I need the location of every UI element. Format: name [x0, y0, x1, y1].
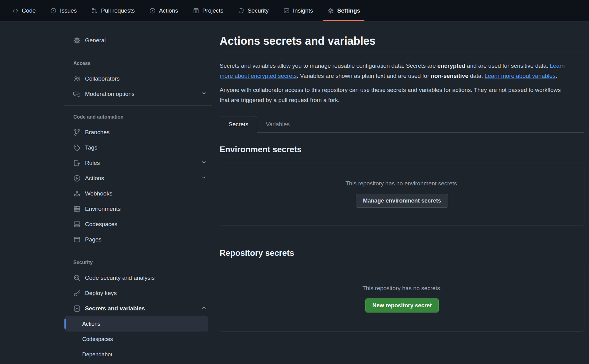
- repository-secrets-empty-text: This repository has no secrets.: [362, 285, 442, 292]
- nav-item-label: Insights: [293, 7, 313, 14]
- project-icon: [193, 8, 199, 14]
- code-icon: [12, 8, 18, 14]
- nav-item-pull-requests[interactable]: Pull requests: [91, 0, 135, 21]
- tab-variables[interactable]: Variables: [257, 116, 298, 132]
- main-content: Actions secrets and variables Secrets an…: [220, 21, 584, 364]
- intro-text: and are used for sensitive data.: [465, 63, 550, 69]
- sidebar-item-label: Secrets and variables: [85, 305, 212, 312]
- shield-icon: [238, 8, 244, 14]
- sidebar-divider: [64, 251, 212, 251]
- sidebar-section-label-code-and-automation: Code and automation: [64, 109, 212, 125]
- chevron-up-icon: [201, 305, 207, 312]
- sidebar-item-label: Environments: [85, 206, 212, 212]
- manage-environment-secrets-button[interactable]: Manage environment secrets: [356, 194, 448, 208]
- play-icon: [73, 175, 81, 182]
- git-branch-icon: [73, 129, 81, 136]
- environment-secrets-box: This repository has no environment secre…: [220, 162, 584, 226]
- chevron-down-icon: [201, 90, 207, 98]
- intro-paragraph: Secrets and variables allow you to manag…: [220, 61, 565, 81]
- nav-item-label: Issues: [60, 7, 77, 14]
- nav-item-label: Projects: [202, 7, 224, 14]
- nav-item-code[interactable]: Code: [12, 0, 36, 21]
- sidebar-item-secrets-and-variables[interactable]: Secrets and variables: [64, 301, 212, 316]
- nav-item-label: Pull requests: [101, 7, 135, 14]
- settings-active-underline: [323, 20, 364, 21]
- browser-icon: [73, 236, 81, 243]
- sidebar-item-label: Pages: [85, 236, 212, 243]
- sidebar-item-actions[interactable]: Actions: [64, 171, 212, 186]
- tab-secrets[interactable]: Secrets: [220, 116, 257, 133]
- nav-item-actions[interactable]: Actions: [149, 0, 178, 21]
- environment-secrets-heading: Environment secrets: [220, 145, 584, 154]
- intro-text: data.: [468, 73, 485, 79]
- sidebar-subitem-label: Actions: [82, 321, 100, 327]
- sidebar-divider: [64, 52, 212, 52]
- nav-item-label: Settings: [337, 7, 360, 14]
- bold-text: non-sensitive: [431, 73, 468, 79]
- intro-text: . Variables are shown as plain text and …: [297, 73, 431, 79]
- sidebar-item-tags[interactable]: Tags: [64, 140, 212, 155]
- sidebar-item-deploy-keys[interactable]: Deploy keys: [64, 286, 212, 301]
- sidebar-item-label: Actions: [85, 175, 212, 182]
- sidebar-item-rules[interactable]: Rules: [64, 155, 212, 171]
- sidebar-item-label: Moderation options: [85, 91, 212, 97]
- sidebar-item-moderation-options[interactable]: Moderation options: [64, 86, 212, 102]
- fork-note-paragraph: Anyone with collaborator access to this …: [220, 85, 565, 105]
- settings-page: GeneralAccessCollaboratorsModeration opt…: [0, 21, 589, 364]
- sidebar-item-label: Webhooks: [85, 190, 212, 197]
- inline-link-learn-more-about-variables[interactable]: Learn more about variables: [485, 73, 556, 79]
- repo-top-navigation: CodeIssuesPull requestsActionsProjectsSe…: [0, 0, 589, 21]
- tag-icon: [73, 144, 81, 151]
- sidebar-item-label: Collaborators: [85, 75, 212, 82]
- sidebar-item-branches[interactable]: Branches: [64, 125, 212, 140]
- sidebar-item-collaborators[interactable]: Collaborators: [64, 71, 212, 86]
- sidebar-subitem-actions[interactable]: Actions: [64, 316, 208, 332]
- sidebar-item-webhooks[interactable]: Webhooks: [64, 186, 212, 201]
- secrets-box-icon: [73, 305, 81, 312]
- sidebar-item-pages[interactable]: Pages: [64, 232, 212, 247]
- sidebar-divider: [64, 105, 212, 106]
- git-pull-request-icon: [91, 8, 98, 14]
- chevron-down-icon: [201, 159, 207, 167]
- intro-text: Secrets and variables allow you to manag…: [220, 63, 437, 69]
- sidebar-item-environments[interactable]: Environments: [64, 201, 212, 217]
- sidebar-subitem-codespaces[interactable]: Codespaces: [64, 332, 208, 347]
- nav-item-settings[interactable]: Settings: [328, 0, 360, 21]
- nav-item-issues[interactable]: Issues: [50, 0, 77, 21]
- key-icon: [73, 290, 81, 297]
- sidebar-item-label: Rules: [85, 160, 212, 166]
- nav-item-label: Actions: [159, 7, 178, 14]
- sidebar-item-code-security-and-analysis[interactable]: Code security and analysis: [64, 270, 212, 286]
- sidebar-item-label: Tags: [85, 144, 212, 151]
- graph-icon: [283, 8, 290, 14]
- sidebar-item-codespaces[interactable]: Codespaces: [64, 217, 212, 232]
- environment-secrets-empty-text: This repository has no environment secre…: [345, 180, 459, 187]
- webhook-icon: [73, 190, 81, 197]
- sidebar-subitem-dependabot[interactable]: Dependabot: [64, 347, 208, 362]
- gear-icon: [73, 37, 81, 44]
- chevron-down-icon: [201, 175, 207, 182]
- nav-item-projects[interactable]: Projects: [193, 0, 224, 21]
- new-repository-secret-button[interactable]: New repository secret: [365, 298, 439, 313]
- server-icon: [73, 205, 81, 213]
- sidebar-section-label-security: Security: [64, 255, 212, 270]
- nav-item-label: Code: [22, 7, 36, 14]
- sidebar-subitem-label: Codespaces: [82, 336, 113, 343]
- bold-text: encrypted: [437, 63, 465, 69]
- sidebar-section-label-access: Access: [64, 56, 212, 71]
- sidebar-item-label: Deploy keys: [85, 290, 212, 297]
- codescan-icon: [73, 274, 81, 282]
- nav-item-insights[interactable]: Insights: [283, 0, 313, 21]
- page-title: Actions secrets and variables: [220, 35, 584, 52]
- sidebar-subitem-label: Dependabot: [82, 351, 112, 358]
- intro-text: .: [556, 73, 557, 79]
- gear-icon: [328, 8, 334, 14]
- sidebar-item-general[interactable]: General: [64, 33, 212, 48]
- rules-icon: [73, 159, 81, 167]
- play-icon: [149, 8, 156, 14]
- sidebar-item-label: Branches: [85, 129, 212, 136]
- settings-sidebar: GeneralAccessCollaboratorsModeration opt…: [64, 21, 212, 364]
- comment-discussion-icon: [73, 90, 81, 98]
- nav-item-security[interactable]: Security: [238, 0, 269, 21]
- nav-item-label: Security: [248, 7, 269, 14]
